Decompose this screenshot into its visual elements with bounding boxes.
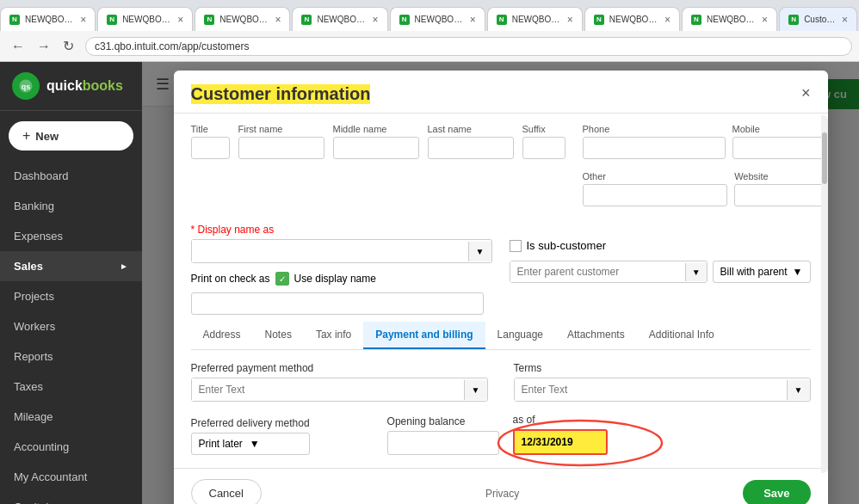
parent-dropdown-icon[interactable]: ▼ xyxy=(685,263,707,281)
sidebar-item-projects[interactable]: Projects xyxy=(0,281,142,311)
modal-footer: Cancel Privacy Save xyxy=(174,468,828,504)
sidebar-item-workers[interactable]: Workers xyxy=(0,311,142,341)
tab-label-7: NEWQBO.COM xyxy=(609,15,659,24)
other-input[interactable] xyxy=(583,184,728,206)
tab-label: Additional Info xyxy=(649,329,714,341)
phone-input[interactable] xyxy=(583,137,726,159)
display-sub-row: * Display name as ▼ Print on check as ✓ … xyxy=(191,224,811,315)
print-check-label: Print on check as xyxy=(191,273,270,285)
suffix-field-group: Suffix xyxy=(522,124,565,213)
tab-attachments[interactable]: Attachments xyxy=(555,322,637,349)
logo-text: quickbooks xyxy=(46,78,123,94)
tab-additional-info[interactable]: Additional Info xyxy=(637,322,726,349)
privacy-link[interactable]: Privacy xyxy=(485,488,519,500)
phone-row: Phone Mobile Fax xyxy=(583,124,828,159)
sidebar-item-sales[interactable]: Sales ► xyxy=(0,251,142,281)
website-input[interactable] xyxy=(734,184,827,206)
use-display-name-checkbox[interactable]: ✓ xyxy=(275,272,289,286)
as-of-input[interactable]: 12/31/2019 xyxy=(513,429,608,455)
tab-close-3[interactable]: × xyxy=(275,14,281,26)
terms-dropdown-icon[interactable]: ▼ xyxy=(787,380,810,400)
opening-balance-field: Opening balance xyxy=(387,415,499,455)
terms-input[interactable] xyxy=(515,378,787,401)
tab-notes[interactable]: Notes xyxy=(253,322,304,349)
sidebar-item-capital[interactable]: Capital xyxy=(0,492,142,504)
tab-close-5[interactable]: × xyxy=(470,14,476,26)
svg-text:qs: qs xyxy=(22,83,31,91)
mobile-field-group: Mobile xyxy=(732,124,828,159)
browser-tab-1[interactable]: N NEWQBO.COM × xyxy=(0,7,96,31)
tab-payment-billing[interactable]: Payment and billing xyxy=(363,322,485,349)
reload-button[interactable]: ↻ xyxy=(59,36,78,56)
sub-customer-checkbox[interactable] xyxy=(510,240,522,252)
sidebar-item-taxes[interactable]: Taxes xyxy=(0,372,142,402)
opening-balance-input[interactable] xyxy=(387,431,499,455)
modal-close-button[interactable]: × xyxy=(801,84,811,102)
tab-close-4[interactable]: × xyxy=(373,14,379,26)
sidebar-item-banking[interactable]: Banking xyxy=(0,191,142,221)
title-input[interactable] xyxy=(191,137,230,159)
tab-favicon-3: N xyxy=(204,15,214,25)
bill-with-parent-button[interactable]: Bill with parent ▼ xyxy=(713,261,811,283)
browser-tab-3[interactable]: N NEWQBO.COM × xyxy=(195,7,290,31)
sidebar-item-mileage[interactable]: Mileage xyxy=(0,402,142,432)
cancel-button[interactable]: Cancel xyxy=(191,479,262,504)
delivery-method-select[interactable]: Print later ▼ xyxy=(191,433,310,455)
tab-close-customers[interactable]: × xyxy=(842,14,848,26)
modal-scrollbar[interactable] xyxy=(821,115,828,473)
browser-tab-4[interactable]: N NEWQBO.COM × xyxy=(292,7,387,31)
tab-label-5: NEWQBO.COM xyxy=(415,15,465,24)
sidebar-item-label: Sales xyxy=(14,260,43,273)
browser-tab-8[interactable]: N NEWQBO.COM × xyxy=(682,7,777,31)
middle-name-input[interactable] xyxy=(333,137,419,159)
browser-tab-customers[interactable]: N Customers × xyxy=(779,7,857,31)
tab-close-8[interactable]: × xyxy=(762,14,768,26)
browser-tab-7[interactable]: N NEWQBO.COM × xyxy=(584,7,680,31)
delivery-method-field: Preferred delivery method Print later ▼ xyxy=(191,417,310,455)
tab-close-7[interactable]: × xyxy=(664,14,671,26)
tab-tax-info[interactable]: Tax info xyxy=(304,322,363,349)
tab-label-1: NEWQBO.COM xyxy=(25,15,75,24)
browser-tab-2[interactable]: N NEWQBO.COM × xyxy=(97,7,193,31)
sidebar-item-label: Taxes xyxy=(14,380,43,393)
display-name-row: * Display name as ▼ xyxy=(191,224,492,263)
sidebar-item-label: Mileage xyxy=(14,410,53,423)
tab-close-2[interactable]: × xyxy=(177,14,183,26)
tab-close-1[interactable]: × xyxy=(80,14,86,26)
sidebar-item-expenses[interactable]: Expenses xyxy=(0,221,142,251)
back-button[interactable]: ← xyxy=(7,37,29,56)
payment-method-input[interactable] xyxy=(192,378,464,401)
browser-tab-5[interactable]: N NEWQBO.COM × xyxy=(390,7,485,31)
payment-method-dropdown-icon[interactable]: ▼ xyxy=(464,380,487,400)
suffix-input[interactable] xyxy=(522,137,565,159)
middle-name-field-group: Middle name xyxy=(333,124,419,213)
address-bar[interactable] xyxy=(85,37,852,56)
sidebar-item-accounting[interactable]: Accounting xyxy=(0,432,142,462)
mobile-input[interactable] xyxy=(732,137,828,159)
sidebar-item-reports[interactable]: Reports xyxy=(0,341,142,372)
tab-close-6[interactable]: × xyxy=(567,14,573,26)
browser-tab-6[interactable]: N NEWQBO.COM × xyxy=(487,7,583,31)
new-button[interactable]: + New xyxy=(9,121,133,151)
preferred-payment-method-field: Preferred payment method ▼ xyxy=(191,362,488,402)
browser-tabs: N NEWQBO.COM × N NEWQBO.COM × N NEWQBO.C… xyxy=(0,0,859,31)
payment-method-terms-row: Preferred payment method ▼ Terms xyxy=(191,362,811,402)
sidebar-item-accountant[interactable]: My Accountant xyxy=(0,462,142,492)
dropdown-arrow-icon[interactable]: ▼ xyxy=(468,242,491,261)
preferred-payment-method-label: Preferred payment method xyxy=(191,362,488,374)
website-field-group: Website xyxy=(734,171,827,206)
display-name-input[interactable] xyxy=(192,240,468,262)
parent-customer-input[interactable] xyxy=(510,261,685,282)
print-check-input[interactable] xyxy=(191,292,484,315)
logo-icon: qs xyxy=(12,72,40,100)
terms-input-wrap: ▼ xyxy=(514,378,811,402)
tab-language[interactable]: Language xyxy=(485,322,555,349)
forward-button[interactable]: → xyxy=(33,37,55,56)
tab-address[interactable]: Address xyxy=(191,322,253,349)
tab-label-6: NEWQBO.COM xyxy=(512,15,562,24)
modal-title: Customer information xyxy=(191,84,371,104)
save-button[interactable]: Save xyxy=(743,480,810,504)
first-name-input[interactable] xyxy=(238,137,324,159)
last-name-input[interactable] xyxy=(428,137,514,159)
sidebar-item-dashboard[interactable]: Dashboard xyxy=(0,161,142,191)
